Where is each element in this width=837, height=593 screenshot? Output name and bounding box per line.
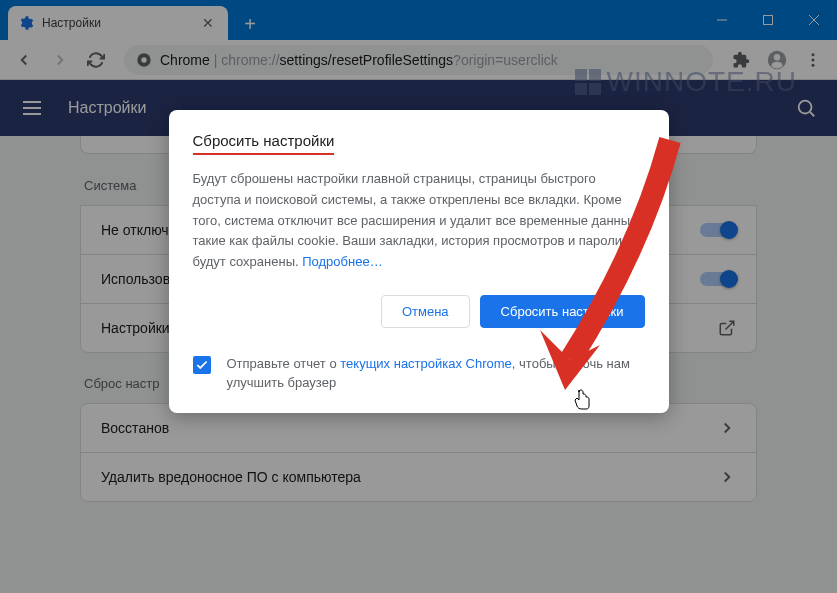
current-settings-link[interactable]: текущих настройках Chrome [340,356,512,371]
report-label: Отправьте отчет о текущих настройках Chr… [227,354,645,393]
cancel-button[interactable]: Отмена [381,295,470,328]
reset-settings-dialog: Сбросить настройки Будут сброшены настро… [169,110,669,413]
modal-overlay: Сбросить настройки Будут сброшены настро… [0,0,837,593]
report-checkbox[interactable] [193,356,211,374]
report-row: Отправьте отчет о текущих настройках Chr… [193,350,645,393]
learn-more-link[interactable]: Подробнее… [302,254,382,269]
dialog-body: Будут сброшены настройки главной страниц… [193,169,645,273]
dialog-title: Сбросить настройки [193,132,335,155]
reset-button[interactable]: Сбросить настройки [480,295,645,328]
dialog-actions: Отмена Сбросить настройки [193,295,645,328]
